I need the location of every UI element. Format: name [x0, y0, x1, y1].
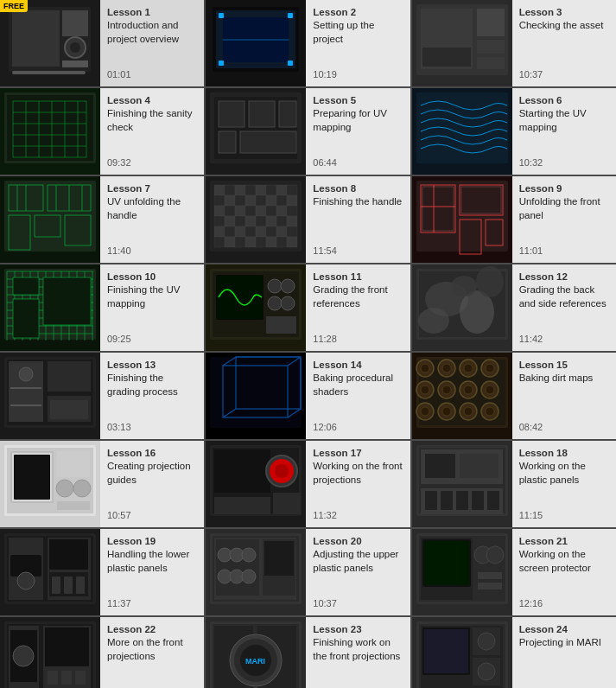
lesson-number: Lesson 15 [519, 360, 609, 370]
lesson-card-4[interactable]: Lesson 4Finishing the sanity check09:32 [0, 88, 204, 175]
lesson-card-15[interactable]: Lesson 15Baking dirt maps08:42 [412, 353, 616, 439]
lesson-duration: 10:19 [313, 69, 403, 80]
svg-rect-215 [57, 451, 90, 477]
lesson-card-8[interactable]: Lesson 8Finishing the handle11:54 [206, 176, 410, 263]
svg-rect-84 [245, 226, 256, 237]
lesson-thumbnail-3 [412, 0, 512, 86]
lesson-card-16[interactable]: Lesson 16Creating projection guides10:57 [0, 441, 204, 527]
svg-rect-239 [441, 491, 453, 510]
lesson-card-23[interactable]: MARI Lesson 23Finishing work on the fron… [206, 617, 410, 688]
svg-rect-170 [10, 387, 41, 389]
svg-rect-144 [43, 277, 91, 325]
lesson-title: Handling the lower plastic panels [107, 548, 197, 595]
svg-rect-21 [477, 40, 505, 54]
svg-rect-304 [424, 629, 468, 673]
svg-point-196 [421, 385, 429, 394]
svg-rect-96 [266, 226, 276, 237]
svg-rect-240 [456, 491, 468, 510]
lesson-card-18[interactable]: Lesson 18Working on the plastic panels11… [412, 441, 616, 527]
lesson-number: Lesson 21 [519, 536, 609, 546]
lesson-card-24[interactable]: Lesson 24Projecting in MARI10:41 [412, 617, 616, 688]
lesson-thumbnail-9 [412, 176, 512, 263]
lesson-thumbnail-2 [206, 0, 306, 86]
svg-point-188 [421, 364, 429, 373]
svg-rect-229 [214, 497, 270, 514]
lesson-number: Lesson 24 [519, 624, 609, 634]
svg-rect-42 [279, 101, 296, 127]
lesson-card-12[interactable]: Lesson 12Grading the back and side refer… [412, 264, 616, 351]
svg-rect-274 [424, 541, 469, 585]
svg-rect-95 [266, 216, 276, 226]
svg-rect-238 [425, 491, 437, 510]
lesson-thumbnail-22 [0, 617, 100, 688]
svg-rect-253 [64, 577, 73, 594]
svg-rect-242 [487, 491, 499, 510]
svg-point-162 [418, 308, 449, 334]
lesson-card-7[interactable]: Lesson 7UV unfolding the handle11:40 [0, 176, 204, 263]
svg-rect-40 [219, 101, 244, 127]
lesson-card-10[interactable]: Lesson 10Finishing the UV mapping09:25 [0, 264, 204, 351]
lesson-info-18: Lesson 18Working on the plastic panels11… [512, 441, 616, 527]
svg-point-266 [242, 570, 256, 583]
lesson-card-22[interactable]: Lesson 22More on the front projections10… [0, 617, 204, 688]
svg-rect-107 [287, 216, 297, 226]
lesson-card-2[interactable]: Lesson 2Setting up the project10:19 [206, 0, 410, 86]
lesson-duration: 11:40 [107, 245, 197, 256]
lesson-duration: 03:13 [107, 422, 197, 432]
lesson-duration: 01:01 [107, 69, 197, 80]
svg-rect-66 [214, 226, 225, 237]
lesson-card-1[interactable]: FREELesson 1Introduction and project ove… [0, 0, 204, 86]
svg-rect-289 [75, 671, 86, 685]
lesson-card-20[interactable]: Lesson 20Adjusting the upper plastic pan… [206, 529, 410, 615]
lesson-number: Lesson 14 [313, 360, 403, 370]
svg-point-151 [268, 279, 282, 293]
svg-rect-6 [62, 61, 88, 67]
lesson-duration: 11:28 [313, 334, 403, 344]
lesson-card-5[interactable]: Lesson 5Preparing for UV mapping06:44 [206, 88, 410, 175]
lesson-thumbnail-7 [0, 176, 100, 263]
lesson-thumbnail-16 [0, 441, 100, 527]
svg-rect-76 [235, 206, 245, 216]
svg-rect-44 [240, 131, 296, 153]
lesson-duration: 11:42 [519, 334, 609, 344]
svg-rect-90 [256, 226, 266, 237]
lesson-duration: 10:32 [519, 157, 609, 168]
lesson-number: Lesson 12 [519, 271, 609, 282]
svg-rect-93 [266, 195, 276, 206]
lesson-duration: 06:44 [313, 157, 403, 168]
lesson-card-13[interactable]: Lesson 13Finishing the grading process03… [0, 353, 204, 439]
svg-rect-74 [235, 185, 245, 195]
svg-rect-220 [14, 455, 50, 500]
svg-rect-63 [214, 195, 225, 206]
lesson-card-14[interactable]: Lesson 14Baking procedural shaders12:06 [206, 353, 410, 439]
lesson-card-3[interactable]: Lesson 3Checking the asset10:37 [412, 0, 616, 86]
lesson-duration: 11:01 [519, 245, 609, 256]
lesson-title: Finishing work on the front projections [313, 636, 403, 683]
lesson-title: Grading the back and side references [519, 283, 609, 330]
lesson-info-1: Lesson 1Introduction and project overvie… [100, 0, 204, 86]
svg-rect-225 [214, 449, 270, 493]
lesson-number: Lesson 9 [519, 183, 609, 194]
svg-rect-98 [276, 185, 287, 195]
lesson-card-21[interactable]: Lesson 21Working on the screen protector… [412, 529, 616, 615]
lesson-duration: 11:37 [107, 598, 197, 608]
lesson-card-19[interactable]: Lesson 19Handling the lower plastic pane… [0, 529, 204, 615]
lesson-info-23: Lesson 23Finishing work on the front pro… [306, 617, 410, 688]
lesson-number: Lesson 7 [107, 183, 197, 194]
lesson-card-9[interactable]: Lesson 9Unfolding the front panel11:01 [412, 176, 616, 263]
lesson-card-11[interactable]: Lesson 11Grading the front references11:… [206, 264, 410, 351]
lesson-card-6[interactable]: Lesson 6Starting the UV mapping10:32 [412, 88, 616, 175]
lesson-info-21: Lesson 21Working on the screen protector… [512, 529, 616, 615]
svg-rect-86 [256, 185, 266, 195]
svg-point-286 [13, 646, 34, 666]
lesson-thumbnail-10 [0, 264, 100, 351]
svg-rect-77 [235, 216, 245, 226]
svg-point-153 [268, 296, 282, 310]
lesson-number: Lesson 19 [107, 536, 197, 546]
lesson-info-15: Lesson 15Baking dirt maps08:42 [512, 353, 616, 439]
lesson-info-22: Lesson 22More on the front projections10… [100, 617, 204, 688]
lesson-card-17[interactable]: Lesson 17Working on the front projection… [206, 441, 410, 527]
svg-rect-173 [50, 400, 88, 419]
svg-rect-285 [45, 627, 89, 666]
svg-rect-267 [264, 541, 294, 576]
